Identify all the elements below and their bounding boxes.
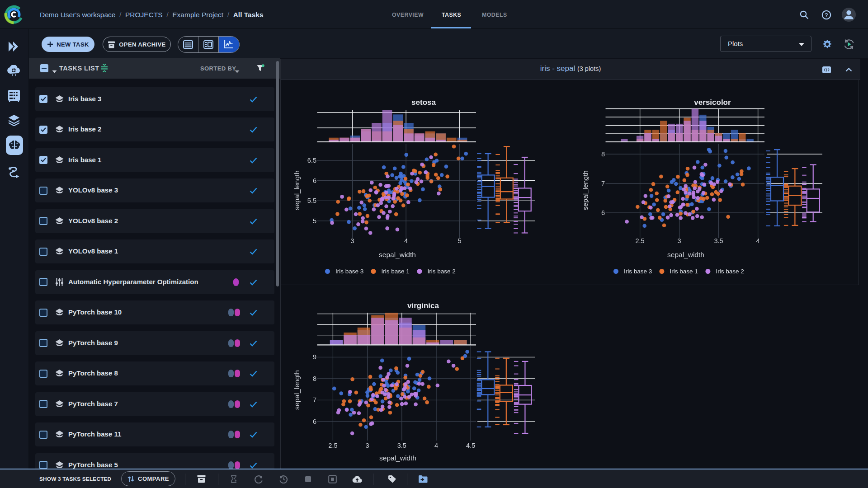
svg-text:7: 7 (313, 396, 316, 404)
svg-text:2.5: 2.5 (636, 237, 645, 244)
svg-text:Iris base 2: Iris base 2 (716, 268, 744, 275)
svg-text:sepal_length: sepal_length (581, 170, 589, 210)
svg-text:3.5: 3.5 (714, 237, 723, 244)
svg-text:sepal_length: sepal_length (293, 370, 301, 410)
svg-text:9: 9 (313, 353, 316, 361)
svg-text:3: 3 (366, 442, 369, 449)
svg-text:8: 8 (601, 150, 605, 158)
svg-text:Iris base 3: Iris base 3 (624, 268, 652, 275)
svg-text:sepal_length: sepal_length (293, 170, 301, 210)
svg-text:3: 3 (678, 237, 681, 244)
svg-text:8: 8 (313, 375, 316, 382)
svg-text:6: 6 (313, 418, 316, 425)
svg-text:Iris base 1: Iris base 1 (381, 268, 409, 275)
svg-text:3.5: 3.5 (397, 442, 406, 449)
svg-text:7: 7 (601, 180, 605, 187)
svg-text:2.5: 2.5 (328, 442, 337, 449)
svg-text:versicolor: versicolor (694, 98, 731, 107)
svg-text:5.5: 5.5 (307, 197, 316, 204)
svg-text:virginica: virginica (407, 301, 439, 310)
svg-text:4: 4 (756, 237, 760, 244)
svg-text:5: 5 (458, 237, 461, 244)
svg-text:3: 3 (351, 237, 354, 244)
svg-text:Iris base 1: Iris base 1 (670, 268, 698, 275)
svg-text:4: 4 (404, 237, 408, 244)
svg-text:4: 4 (434, 442, 438, 449)
svg-text:?: ? (825, 12, 828, 19)
svg-text:Iris base 3: Iris base 3 (335, 268, 363, 275)
svg-text:sepal_width: sepal_width (667, 251, 704, 258)
svg-text:setosa: setosa (411, 98, 436, 107)
svg-text:4.5: 4.5 (466, 442, 475, 449)
svg-text:sepal_width: sepal_width (379, 454, 416, 462)
svg-text:6: 6 (313, 177, 316, 184)
svg-text:sepal_width: sepal_width (379, 251, 416, 258)
svg-text:Iris base 2: Iris base 2 (427, 268, 455, 275)
svg-text:5: 5 (313, 217, 316, 225)
svg-text:6.5: 6.5 (307, 157, 316, 164)
svg-text:6: 6 (601, 209, 605, 216)
